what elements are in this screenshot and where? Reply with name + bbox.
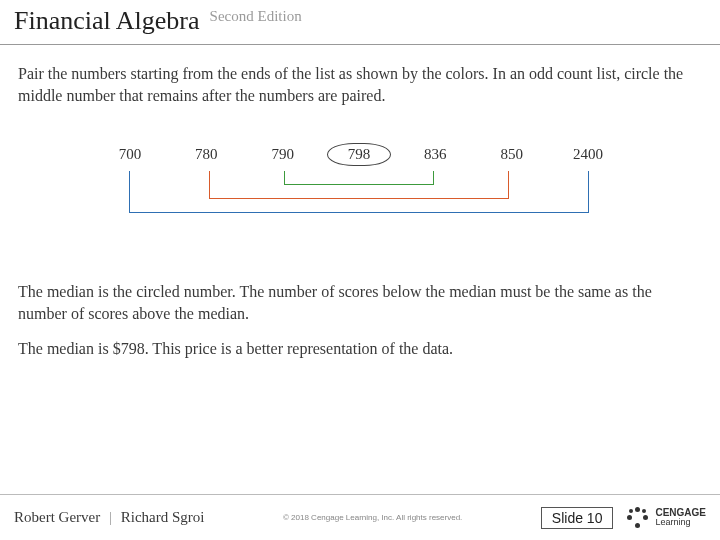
brand-subname: Learning xyxy=(655,518,706,527)
number-item: 780 xyxy=(181,146,231,163)
brand-text: CENGAGE Learning xyxy=(655,508,706,527)
slide-header: Financial Algebra Second Edition xyxy=(0,0,720,45)
conclusion-paragraph: The median is $798. This price is a bett… xyxy=(18,338,700,360)
intro-paragraph: Pair the numbers starting from the ends … xyxy=(18,63,700,106)
slide-number: Slide 10 xyxy=(541,507,614,529)
number-item: 2400 xyxy=(563,146,613,163)
slide-content: Pair the numbers starting from the ends … xyxy=(0,45,720,384)
number-item-circled: 798 xyxy=(334,146,384,163)
number-list: 700 780 790 798 836 850 2400 xyxy=(99,146,619,163)
book-title: Financial Algebra xyxy=(14,6,200,35)
bracket-outer-icon xyxy=(129,171,589,213)
publisher-brand: CENGAGE Learning xyxy=(627,507,706,529)
number-item: 850 xyxy=(487,146,537,163)
number-item: 790 xyxy=(258,146,308,163)
explanation-paragraph: The median is the circled number. The nu… xyxy=(18,281,700,324)
pair-brackets xyxy=(99,171,619,231)
author-name: Robert Gerver xyxy=(14,509,100,525)
authors: Robert Gerver | Richard Sgroi xyxy=(14,509,204,526)
slide-footer: Robert Gerver | Richard Sgroi © 2018 Cen… xyxy=(0,494,720,540)
number-item: 836 xyxy=(410,146,460,163)
author-name: Richard Sgroi xyxy=(121,509,205,525)
median-diagram: 700 780 790 798 836 850 2400 xyxy=(99,146,619,231)
cengage-logo-icon xyxy=(627,507,649,529)
copyright-text: © 2018 Cengage Learning, Inc. All rights… xyxy=(204,513,540,522)
separator-icon: | xyxy=(109,509,112,525)
book-edition: Second Edition xyxy=(210,8,302,24)
number-item: 700 xyxy=(105,146,155,163)
